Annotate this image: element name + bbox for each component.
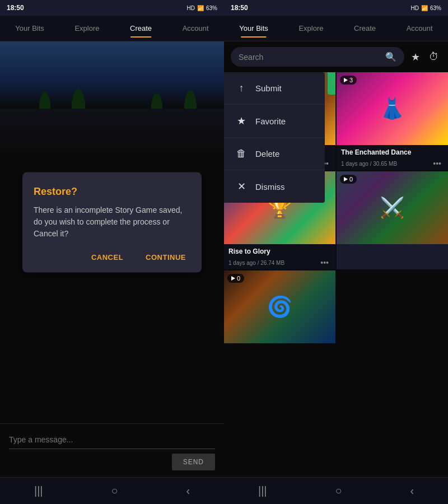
right-nav-explore[interactable]: Explore: [292, 20, 330, 37]
dismiss-label: Dismiss: [255, 182, 285, 192]
left-panel: 18:50 HD 📶 63% Your Bits Explore Create …: [0, 0, 224, 504]
signal-icon: 📶: [197, 5, 204, 11]
continue-button[interactable]: CONTINUE: [141, 251, 190, 264]
search-actions: ★ ⏱: [409, 49, 441, 66]
left-status-time: 18:50: [7, 4, 24, 12]
search-row: Search 🔍 ★ ⏱: [224, 41, 448, 72]
play-triangle-icon-1: [344, 78, 348, 82]
right-status-bar: 18:50 HD 📶 63%: [224, 0, 448, 16]
more-dots-2[interactable]: •••: [318, 257, 331, 268]
play-triangle-icon-4: [231, 276, 235, 281]
game-info-1: The Enchanted Dance 1 days ago / 30.65 M…: [337, 145, 448, 170]
cancel-button[interactable]: CANCEL: [87, 251, 128, 264]
dropdown-favorite[interactable]: ★ Favorite: [224, 105, 325, 138]
back-icon[interactable]: |||: [34, 484, 43, 497]
restore-dialog-actions: CANCEL CONTINUE: [34, 251, 190, 264]
play-count-4: 0: [237, 275, 240, 282]
dropdown-dismiss[interactable]: ✕ Dismiss: [224, 170, 325, 203]
content-area: ↑ Submit ★ Favorite 🗑 Delete ✕ Dismiss 🎁: [224, 72, 448, 477]
play-count-1: 3: [349, 77, 353, 83]
left-nav-bar: Your Bits Explore Create Account: [0, 16, 224, 41]
message-input[interactable]: [9, 431, 215, 449]
right-status-time: 18:50: [231, 4, 248, 12]
signal-icon-right: 📶: [421, 5, 428, 11]
dropdown-delete[interactable]: 🗑 Delete: [224, 138, 325, 170]
favorite-icon: ★: [235, 115, 248, 127]
right-nav-create[interactable]: Create: [347, 20, 382, 37]
submit-icon: ↑: [235, 82, 248, 94]
hd-icon-right: HD: [411, 5, 419, 11]
delete-icon: 🗑: [235, 148, 248, 160]
hd-icon: HD: [187, 5, 195, 11]
game-info-2: Rise to Glory 1 days ago / 26.74 MB •••: [224, 244, 335, 269]
left-status-icons: HD 📶 63%: [187, 5, 217, 11]
game-meta-row-1: 1 days ago / 30.65 MB •••: [341, 158, 444, 169]
game-meta-row-2: 1 days ago / 26.74 MB •••: [228, 257, 331, 268]
search-icon[interactable]: 🔍: [385, 52, 396, 62]
play-badge-4: 0: [227, 274, 244, 283]
favorite-label: Favorite: [255, 116, 286, 126]
more-dots-1[interactable]: •••: [431, 158, 444, 169]
game-item-3[interactable]: ⚔️ 0: [337, 171, 448, 269]
restore-dialog-body: There is an incomplete Story Game saved,…: [34, 204, 190, 240]
featured-badge-0: [328, 72, 335, 95]
delete-label: Delete: [255, 149, 279, 158]
search-box[interactable]: Search 🔍: [231, 47, 404, 67]
dropdown-menu: ↑ Submit ★ Favorite 🗑 Delete ✕ Dismiss: [224, 72, 325, 203]
game-title-2: Rise to Glory: [228, 248, 331, 255]
send-button[interactable]: SEND: [172, 454, 215, 470]
right-bottom-nav: ||| ○ ‹: [224, 477, 448, 504]
recents-icon[interactable]: ‹: [186, 484, 190, 497]
right-nav-your-bits[interactable]: Your Bits: [232, 20, 275, 37]
play-badge-3: 0: [340, 175, 357, 184]
left-nav-create[interactable]: Create: [123, 20, 158, 37]
game-item-4[interactable]: 🌀 0: [224, 270, 335, 343]
left-nav-account[interactable]: Account: [176, 20, 216, 37]
message-area: SEND: [0, 423, 224, 477]
left-nav-your-bits[interactable]: Your Bits: [8, 20, 51, 37]
favorites-icon[interactable]: ★: [409, 49, 422, 66]
filter-icon[interactable]: ⏱: [427, 49, 441, 65]
restore-dialog: Restore? There is an incomplete Story Ga…: [22, 172, 202, 273]
left-status-bar: 18:50 HD 📶 63%: [0, 0, 224, 16]
restore-dialog-title: Restore?: [34, 186, 190, 198]
right-status-icons: HD 📶 63%: [411, 5, 441, 11]
dismiss-icon: ✕: [235, 180, 248, 193]
right-nav-bar: Your Bits Explore Create Account: [224, 16, 448, 41]
right-nav-account[interactable]: Account: [400, 20, 440, 37]
right-home-icon[interactable]: ○: [335, 484, 342, 497]
submit-label: Submit: [255, 83, 282, 93]
left-nav-explore[interactable]: Explore: [68, 20, 106, 37]
game-meta-2: 1 days ago / 26.74 MB: [228, 260, 284, 266]
right-panel: 18:50 HD 📶 63% Your Bits Explore Create …: [224, 0, 448, 504]
left-content-area: Restore? There is an incomplete Story Ga…: [0, 41, 224, 423]
battery-text: 63%: [206, 5, 217, 11]
left-bottom-nav: ||| ○ ‹: [0, 477, 224, 504]
dropdown-submit[interactable]: ↑ Submit: [224, 72, 325, 105]
battery-text-right: 63%: [430, 5, 441, 11]
home-icon[interactable]: ○: [111, 484, 118, 497]
tree-silhouette: [0, 64, 224, 109]
right-recents-icon[interactable]: ‹: [410, 484, 414, 497]
right-back-icon[interactable]: |||: [258, 484, 267, 497]
game-item-1[interactable]: 👗 3 The Enchanted Dance 1 days ago / 30.…: [337, 72, 448, 170]
play-count-3: 0: [349, 176, 353, 183]
game-title-1: The Enchanted Dance: [341, 148, 444, 156]
background-image: [0, 41, 224, 109]
search-placeholder: Search: [239, 53, 381, 62]
game-meta-1: 1 days ago / 30.65 MB: [341, 161, 397, 167]
play-triangle-icon-3: [344, 177, 348, 181]
play-badge-1: 3: [340, 76, 357, 85]
